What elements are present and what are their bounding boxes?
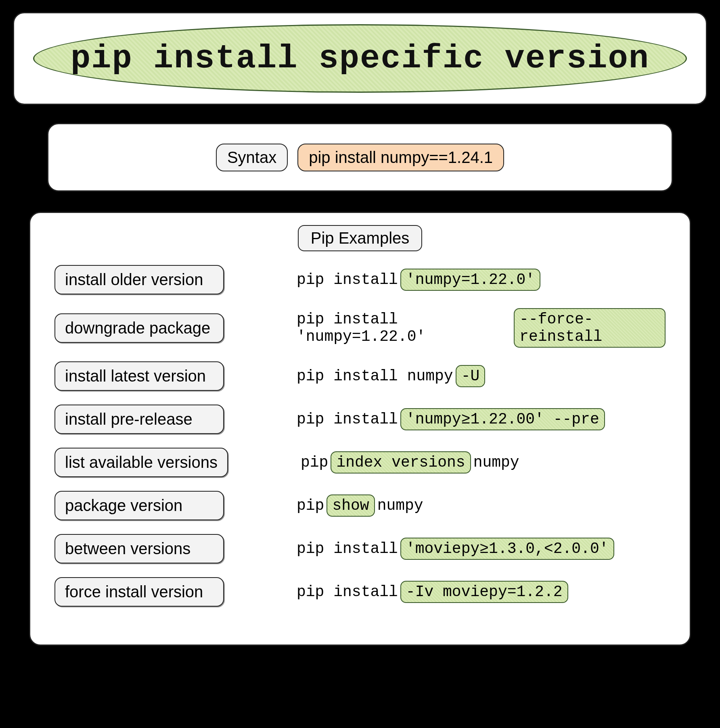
example-command: pip install 'numpy=1.22.0' --force-reins…: [297, 308, 666, 348]
example-label: list available versions: [54, 448, 228, 477]
example-command: pip install 'numpy≥1.22.00' --pre: [297, 408, 666, 430]
title-card: pip install specific version: [13, 12, 707, 105]
example-label: install pre-release: [54, 405, 224, 434]
example-command-pre: pip install 'numpy=1.22.0': [297, 311, 511, 345]
example-command-highlight: 'moviepy≥1.3.0,<2.0.0': [400, 538, 614, 560]
example-command-post: numpy: [473, 454, 519, 471]
example-command-highlight: -Iv moviepy=1.2.2: [400, 581, 568, 603]
example-row: force install versionpip install -Iv mov…: [54, 577, 666, 607]
page-title: pip install specific version: [71, 40, 649, 77]
example-row: install older versionpip install 'numpy=…: [54, 265, 666, 294]
example-row: install pre-releasepip install 'numpy≥1.…: [54, 405, 666, 434]
examples-list: install older versionpip install 'numpy=…: [54, 265, 666, 607]
example-label: force install version: [54, 577, 224, 607]
example-command-highlight: -U: [456, 365, 486, 387]
examples-header-wrap: Pip Examples: [54, 225, 666, 251]
example-command: pip install 'numpy=1.22.0': [297, 269, 666, 291]
example-command-pre: pip install: [297, 411, 398, 428]
example-command-pre: pip install: [297, 271, 398, 288]
example-command: pip install -Iv moviepy=1.2.2: [297, 581, 666, 603]
example-row: install latest versionpip install numpy …: [54, 361, 666, 391]
example-command: pip install 'moviepy≥1.3.0,<2.0.0': [297, 538, 666, 560]
example-row: package versionpip show numpy: [54, 491, 666, 520]
title-ellipse: pip install specific version: [33, 24, 687, 93]
example-label: package version: [54, 491, 224, 520]
examples-card: Pip Examples install older versionpip in…: [29, 212, 691, 646]
example-label: downgrade package: [54, 313, 224, 343]
example-command-pre: pip: [297, 497, 324, 514]
example-row: list available versionspip index version…: [54, 448, 666, 477]
example-command-highlight: show: [327, 494, 375, 517]
example-label: between versions: [54, 534, 224, 563]
example-row: downgrade packagepip install 'numpy=1.22…: [54, 308, 666, 348]
example-command: pip install numpy -U: [297, 365, 666, 387]
example-row: between versionspip install 'moviepy≥1.3…: [54, 534, 666, 563]
example-command-highlight: --force-reinstall: [514, 308, 666, 348]
example-command-pre: pip: [301, 454, 328, 471]
example-command-highlight: 'numpy=1.22.0': [400, 269, 540, 291]
examples-header: Pip Examples: [298, 225, 423, 251]
syntax-label: Syntax: [216, 144, 288, 171]
syntax-card: Syntax pip install numpy==1.24.1: [47, 123, 673, 192]
example-command-pre: pip install: [297, 540, 398, 557]
example-command: pip show numpy: [297, 494, 666, 517]
example-command-highlight: index versions: [331, 451, 471, 474]
example-command: pip index versions numpy: [301, 451, 666, 474]
example-command-pre: pip install numpy: [297, 367, 453, 385]
example-command-post: numpy: [377, 497, 423, 514]
example-command-highlight: 'numpy≥1.22.00' --pre: [400, 408, 605, 430]
syntax-command: pip install numpy==1.24.1: [297, 144, 504, 171]
example-label: install older version: [54, 265, 224, 294]
example-label: install latest version: [54, 361, 224, 391]
example-command-pre: pip install: [297, 583, 398, 601]
